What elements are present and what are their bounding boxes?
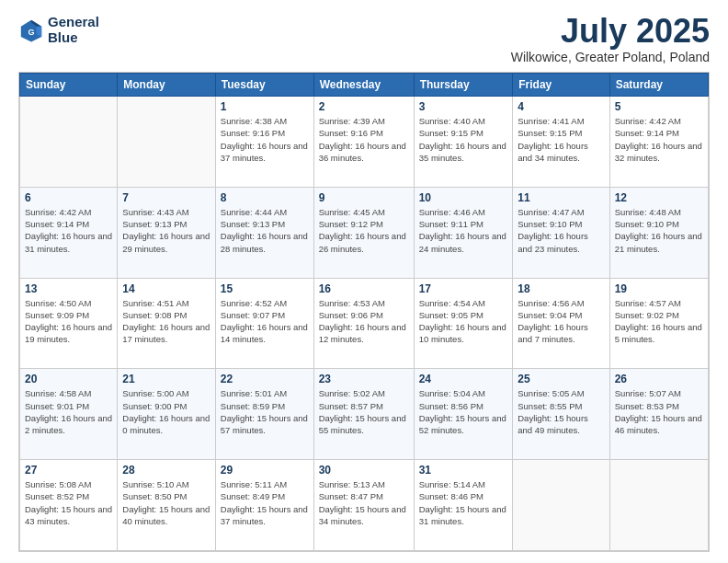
- day-cell: [20, 97, 118, 188]
- day-info: Sunrise: 4:53 AMSunset: 9:06 PMDaylight:…: [319, 297, 409, 346]
- day-info: Sunrise: 4:54 AMSunset: 9:05 PMDaylight:…: [419, 297, 508, 346]
- day-info: Sunrise: 4:52 AMSunset: 9:07 PMDaylight:…: [221, 297, 309, 346]
- day-number: 4: [518, 100, 604, 113]
- day-info: Sunrise: 4:47 AMSunset: 9:10 PMDaylight:…: [518, 206, 604, 255]
- day-cell: 27Sunrise: 5:08 AMSunset: 8:52 PMDayligh…: [20, 460, 118, 551]
- day-cell: 10Sunrise: 4:46 AMSunset: 9:11 PMDayligh…: [414, 187, 513, 278]
- day-number: 24: [419, 373, 508, 385]
- day-info: Sunrise: 4:40 AMSunset: 9:15 PMDaylight:…: [419, 115, 508, 164]
- day-info: Sunrise: 5:00 AMSunset: 9:00 PMDaylight:…: [122, 387, 210, 436]
- day-cell: 22Sunrise: 5:01 AMSunset: 8:59 PMDayligh…: [215, 369, 313, 460]
- day-number: 17: [419, 282, 508, 295]
- day-number: 5: [615, 100, 703, 113]
- header: G General Blue July 2025 Wilkowice, Grea…: [18, 15, 710, 64]
- day-info: Sunrise: 5:08 AMSunset: 8:52 PMDaylight:…: [25, 478, 112, 527]
- day-cell: 17Sunrise: 4:54 AMSunset: 9:05 PMDayligh…: [414, 278, 513, 369]
- day-number: 25: [518, 373, 604, 385]
- day-cell: 31Sunrise: 5:14 AMSunset: 8:46 PMDayligh…: [414, 460, 513, 551]
- day-cell: 9Sunrise: 4:45 AMSunset: 9:12 PMDaylight…: [313, 187, 414, 278]
- day-cell: 7Sunrise: 4:43 AMSunset: 9:13 PMDaylight…: [118, 187, 216, 278]
- day-number: 9: [319, 191, 409, 204]
- day-number: 16: [319, 282, 409, 295]
- location: Wilkowice, Greater Poland, Poland: [511, 50, 710, 64]
- day-number: 2: [319, 100, 409, 113]
- day-number: 22: [221, 373, 309, 385]
- day-number: 13: [25, 282, 112, 295]
- header-cell-wednesday: Wednesday: [313, 74, 414, 97]
- day-cell: 4Sunrise: 4:41 AMSunset: 9:15 PMDaylight…: [513, 97, 609, 188]
- day-number: 20: [25, 373, 112, 385]
- day-cell: 18Sunrise: 4:56 AMSunset: 9:04 PMDayligh…: [513, 278, 609, 369]
- day-cell: 13Sunrise: 4:50 AMSunset: 9:09 PMDayligh…: [20, 278, 118, 369]
- week-row-2: 6Sunrise: 4:42 AMSunset: 9:14 PMDaylight…: [20, 187, 709, 278]
- day-cell: 28Sunrise: 5:10 AMSunset: 8:50 PMDayligh…: [118, 460, 216, 551]
- day-cell: 6Sunrise: 4:42 AMSunset: 9:14 PMDaylight…: [20, 187, 118, 278]
- day-number: 12: [615, 191, 703, 204]
- day-info: Sunrise: 5:05 AMSunset: 8:55 PMDaylight:…: [518, 387, 604, 436]
- day-info: Sunrise: 4:57 AMSunset: 9:02 PMDaylight:…: [615, 297, 703, 346]
- day-number: 7: [122, 191, 210, 204]
- day-info: Sunrise: 5:01 AMSunset: 8:59 PMDaylight:…: [221, 387, 309, 436]
- day-cell: 3Sunrise: 4:40 AMSunset: 9:15 PMDaylight…: [414, 97, 513, 188]
- svg-text:G: G: [28, 27, 34, 36]
- day-number: 3: [419, 100, 508, 113]
- day-number: 31: [419, 464, 508, 477]
- day-number: 10: [419, 191, 508, 204]
- day-info: Sunrise: 5:02 AMSunset: 8:57 PMDaylight:…: [319, 387, 409, 436]
- day-info: Sunrise: 4:45 AMSunset: 9:12 PMDaylight:…: [319, 206, 409, 255]
- day-number: 19: [615, 282, 703, 295]
- calendar-header: SundayMondayTuesdayWednesdayThursdayFrid…: [20, 74, 709, 97]
- day-info: Sunrise: 4:42 AMSunset: 9:14 PMDaylight:…: [615, 115, 703, 164]
- day-number: 26: [615, 373, 703, 385]
- week-row-1: 1Sunrise: 4:38 AMSunset: 9:16 PMDaylight…: [20, 97, 709, 188]
- day-cell: [609, 460, 708, 551]
- week-row-3: 13Sunrise: 4:50 AMSunset: 9:09 PMDayligh…: [20, 278, 709, 369]
- day-info: Sunrise: 4:51 AMSunset: 9:08 PMDaylight:…: [122, 297, 210, 346]
- day-number: 18: [518, 282, 604, 295]
- day-cell: 1Sunrise: 4:38 AMSunset: 9:16 PMDaylight…: [215, 97, 313, 188]
- day-number: 28: [122, 464, 210, 477]
- day-cell: 11Sunrise: 4:47 AMSunset: 9:10 PMDayligh…: [513, 187, 609, 278]
- header-cell-thursday: Thursday: [414, 74, 513, 97]
- header-cell-monday: Monday: [118, 74, 216, 97]
- day-cell: 2Sunrise: 4:39 AMSunset: 9:16 PMDaylight…: [313, 97, 414, 188]
- day-cell: 8Sunrise: 4:44 AMSunset: 9:13 PMDaylight…: [215, 187, 313, 278]
- day-info: Sunrise: 4:58 AMSunset: 9:01 PMDaylight:…: [25, 387, 112, 436]
- day-info: Sunrise: 5:13 AMSunset: 8:47 PMDaylight:…: [319, 478, 409, 527]
- calendar: SundayMondayTuesdayWednesdayThursdayFrid…: [18, 72, 710, 552]
- header-cell-sunday: Sunday: [20, 74, 118, 97]
- month-title: July 2025: [511, 15, 710, 48]
- calendar-table: SundayMondayTuesdayWednesdayThursdayFrid…: [19, 73, 709, 551]
- day-cell: [513, 460, 609, 551]
- day-number: 27: [25, 464, 112, 477]
- week-row-4: 20Sunrise: 4:58 AMSunset: 9:01 PMDayligh…: [20, 369, 709, 460]
- day-cell: 29Sunrise: 5:11 AMSunset: 8:49 PMDayligh…: [215, 460, 313, 551]
- day-cell: 16Sunrise: 4:53 AMSunset: 9:06 PMDayligh…: [313, 278, 414, 369]
- day-number: 11: [518, 191, 604, 204]
- calendar-body: 1Sunrise: 4:38 AMSunset: 9:16 PMDaylight…: [20, 97, 709, 551]
- day-cell: 5Sunrise: 4:42 AMSunset: 9:14 PMDaylight…: [609, 97, 708, 188]
- day-info: Sunrise: 5:07 AMSunset: 8:53 PMDaylight:…: [615, 387, 703, 436]
- day-cell: 19Sunrise: 4:57 AMSunset: 9:02 PMDayligh…: [609, 278, 708, 369]
- day-cell: 21Sunrise: 5:00 AMSunset: 9:00 PMDayligh…: [118, 369, 216, 460]
- header-cell-tuesday: Tuesday: [215, 74, 313, 97]
- day-info: Sunrise: 4:41 AMSunset: 9:15 PMDaylight:…: [518, 115, 604, 164]
- logo-icon: G: [18, 17, 44, 43]
- day-info: Sunrise: 4:50 AMSunset: 9:09 PMDaylight:…: [25, 297, 112, 346]
- day-cell: 12Sunrise: 4:48 AMSunset: 9:10 PMDayligh…: [609, 187, 708, 278]
- title-block: July 2025 Wilkowice, Greater Poland, Pol…: [511, 15, 710, 64]
- day-info: Sunrise: 5:10 AMSunset: 8:50 PMDaylight:…: [122, 478, 210, 527]
- day-info: Sunrise: 4:46 AMSunset: 9:11 PMDaylight:…: [419, 206, 508, 255]
- day-number: 15: [221, 282, 309, 295]
- day-info: Sunrise: 4:56 AMSunset: 9:04 PMDaylight:…: [518, 297, 604, 346]
- header-row: SundayMondayTuesdayWednesdayThursdayFrid…: [20, 74, 709, 97]
- day-info: Sunrise: 4:44 AMSunset: 9:13 PMDaylight:…: [221, 206, 309, 255]
- day-cell: [118, 97, 216, 188]
- day-number: 6: [25, 191, 112, 204]
- day-cell: 25Sunrise: 5:05 AMSunset: 8:55 PMDayligh…: [513, 369, 609, 460]
- day-number: 8: [221, 191, 309, 204]
- day-cell: 23Sunrise: 5:02 AMSunset: 8:57 PMDayligh…: [313, 369, 414, 460]
- day-cell: 26Sunrise: 5:07 AMSunset: 8:53 PMDayligh…: [609, 369, 708, 460]
- day-cell: 24Sunrise: 5:04 AMSunset: 8:56 PMDayligh…: [414, 369, 513, 460]
- week-row-5: 27Sunrise: 5:08 AMSunset: 8:52 PMDayligh…: [20, 460, 709, 551]
